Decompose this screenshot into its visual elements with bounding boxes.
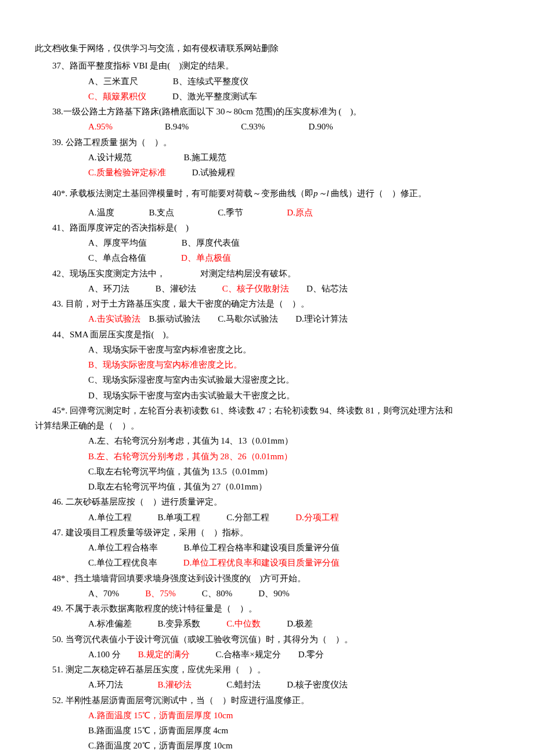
q52-a: A.路面温度 15℃，沥青面层厚度 10cm <box>88 711 233 720</box>
q37-b: B、连续式平整度仪 <box>173 77 248 86</box>
q51-stem: 51. 测定二灰稳定碎石基层压实度，应优先采用（ ）。 <box>52 662 499 677</box>
q45-c-row: C.取左右轮弯沉平均值，其值为 13.5（0.01mm） <box>52 464 499 479</box>
q37-a: A、三米直尺 <box>88 77 138 86</box>
page-header: 此文档收集于网络，仅供学习与交流，如有侵权请联系网站删除 <box>35 41 499 56</box>
q48-stem: 48*、挡土墙墙背回填要求墙身强度达到设计强度的( )方可开始。 <box>52 571 499 586</box>
spacer <box>52 180 499 186</box>
q46-c: C.分部工程 <box>226 513 269 522</box>
q43-d: D.理论计算法 <box>295 314 348 323</box>
q49-stem: 49. 不属于表示数据离散程度的统计特征量是（ ）。 <box>52 601 499 616</box>
q44-c-row: C、现场实际湿密度与室内击实试验最大湿密度之比。 <box>52 372 499 387</box>
q47-d: D.单位工程优良率和建设项目质量评分值 <box>183 558 340 567</box>
document-body: 37、路面平整度指标 VBI 是由( )测定的结果。 A、三米直尺 B、连续式平… <box>35 58 499 753</box>
q40-a: A.温度 <box>88 208 114 217</box>
q50-row: A.100 分 B.规定的满分 C.合格率×规定分 D.零分 <box>52 647 499 662</box>
q39-row1: A.设计规范 B.施工规范 <box>52 150 499 165</box>
q44-b-row: B、现场实际密度与室内标准密度之比。 <box>52 357 499 372</box>
q42-b: B、灌砂法 <box>156 284 196 293</box>
q50-a: A.100 分 <box>88 650 121 659</box>
formula: p～l <box>313 189 329 198</box>
q41-row1: A、厚度平均值 B、厚度代表值 <box>52 235 499 250</box>
q40-b: B.支点 <box>149 208 175 217</box>
q46-a: A.单位工程 <box>88 513 132 522</box>
q46-stem: 46. 二灰砂砾基层应按（ ）进行质量评定。 <box>52 494 499 509</box>
q47-a: A.单位工程合格率 <box>88 543 158 552</box>
q52-a-row: A.路面温度 15℃，沥青面层厚度 10cm <box>52 708 499 723</box>
q47-stem: 47. 建设项目工程质量等级评定，采用（ ）指标。 <box>52 525 499 540</box>
q45-d: D.取左右轮弯沉平均值，其值为 27（0.01mm） <box>88 482 267 491</box>
q50-stem: 50. 当弯沉代表值小于设计弯沉值（或竣工验收弯沉值）时，其得分为（ ）。 <box>52 632 499 647</box>
q49-b: B.变异系数 <box>158 619 201 628</box>
q49-d: D.极差 <box>287 619 313 628</box>
q37-stem: 37、路面平整度指标 VBI 是由( )测定的结果。 <box>52 58 499 73</box>
q43-a: A.击实试验法 <box>88 314 140 323</box>
q50-b: B.规定的满分 <box>138 650 190 659</box>
q38-row: A.95% B.94% C.93% D.90% <box>52 119 499 134</box>
q38-b: B.94% <box>165 122 189 131</box>
q41-b: B、厚度代表值 <box>182 238 240 247</box>
q38-d: D.90% <box>309 122 333 131</box>
q39-row2: C.质量检验评定标准 D.试验规程 <box>52 165 499 180</box>
q46-d: D.分项工程 <box>295 513 339 522</box>
q44-b: B、现场实际密度与室内标准密度之比。 <box>88 360 242 369</box>
q45-stem2: 计算结果正确的是（ ）。 <box>35 418 499 433</box>
q46-row: A.单位工程 B.单项工程 C.分部工程 D.分项工程 <box>52 510 499 525</box>
q41-a: A、厚度平均值 <box>88 238 147 247</box>
q52-stem: 52. 半刚性基层沥青面层弯沉测试中，当（ ）时应进行温度修正。 <box>52 693 499 708</box>
q46-b: B.单项工程 <box>158 513 201 522</box>
q40-row: A.温度 B.支点 C.季节 D.原点 <box>52 205 499 220</box>
q48-d: D、90% <box>258 589 289 598</box>
q44-c: C、现场实际湿密度与室内击实试验最大湿密度之比。 <box>88 375 294 384</box>
q38-stem: 38.一级公路土方路基下路床(路槽底面以下 30～80cm 范围)的压实度标准为… <box>52 104 499 119</box>
q37-c: C、颠簸累积仪 <box>88 92 146 101</box>
q39-d: D.试验规程 <box>192 168 236 177</box>
q37-row1: A、三米直尺 B、连续式平整度仪 <box>52 74 499 89</box>
q47-c: C.单位工程优良率 <box>88 558 157 567</box>
q52-b: B.路面温度 15℃，沥青面层厚度 4cm <box>88 726 228 735</box>
q42-row: A、环刀法 B、灌砂法 C、核子仪散射法 D、钻芯法 <box>52 281 499 296</box>
q38-c: C.93% <box>241 122 265 131</box>
q52-c-row: C.路面温度 20℃，沥青面层厚度 10cm <box>52 738 499 753</box>
q49-row: A.标准偏差 B.变异系数 C.中位数 D.极差 <box>52 616 499 631</box>
q39-a: A.设计规范 <box>88 153 132 162</box>
q44-a-row: A、现场实际干密度与室内标准密度之比。 <box>52 342 499 357</box>
q45-b-row: B.左、右轮弯沉分别考虑，其值为 28、26（0.01mm） <box>52 449 499 464</box>
q51-a: A.环刀法 <box>88 680 123 689</box>
q49-c: C.中位数 <box>226 619 261 628</box>
q51-d: D.核子密度仪法 <box>287 680 348 689</box>
q52-c: C.路面温度 20℃，沥青面层厚度 10cm <box>88 741 233 750</box>
q48-row: A、70% B、75% C、80% D、90% <box>52 586 499 601</box>
q44-d: D、现场实际干密度与室内击实试验最大干密度之比。 <box>88 391 295 400</box>
q41-d: D、单点极值 <box>181 253 231 262</box>
header-text: 此文档收集于网络，仅供学习与交流，如有侵权请联系网站删除 <box>35 44 279 53</box>
q51-b: B.灌砂法 <box>158 680 192 689</box>
q45-d-row: D.取左右轮弯沉平均值，其值为 27（0.01mm） <box>52 479 499 494</box>
q37-d: D、激光平整度测试车 <box>172 92 257 101</box>
q47-b: B.单位工程合格率和建设项目质量评分值 <box>184 543 340 552</box>
q43-c: C.马歇尔试验法 <box>218 314 278 323</box>
q43-stem: 43. 目前，对于土方路基压实度，最大干密度的确定方法是（ ）。 <box>52 296 499 311</box>
q38-a: A.95% <box>88 122 113 131</box>
q47-row1: A.单位工程合格率 B.单位工程合格率和建设项目质量评分值 <box>52 540 499 555</box>
q50-c: C.合格率×规定分 <box>216 650 281 659</box>
q43-row: A.击实试验法 B.振动试验法 C.马歇尔试验法 D.理论计算法 <box>52 311 499 326</box>
q39-c: C.质量检验评定标准 <box>88 168 166 177</box>
q42-a: A、环刀法 <box>88 284 129 293</box>
q40-d: D.原点 <box>287 208 313 217</box>
q45-b: B.左、右轮弯沉分别考虑，其值为 28、26（0.01mm） <box>88 452 293 461</box>
q47-row2: C.单位工程优良率 D.单位工程优良率和建设项目质量评分值 <box>52 555 499 570</box>
q39-stem: 39. 公路工程质量 据为（ ）。 <box>52 135 499 150</box>
q41-c: C、单点合格值 <box>88 253 146 262</box>
q40-stem: 40*. 承载板法测定土基回弹模量时，有可能要对荷载～变形曲线（即p～l 曲线）… <box>52 186 499 201</box>
q44-stem: 44、SMA 面层压实度是指( )。 <box>52 327 499 342</box>
q37-row2: C、颠簸累积仪 D、激光平整度测试车 <box>52 89 499 104</box>
q42-stem: 42、现场压实度测定方法中， 对测定结构层没有破坏。 <box>52 266 499 281</box>
q45-c: C.取左右轮弯沉平均值，其值为 13.5（0.01mm） <box>88 467 273 476</box>
q48-b: B、75% <box>145 589 176 598</box>
q41-stem: 41、路面厚度评定的否决指标是( ) <box>52 220 499 235</box>
q39-b: B.施工规范 <box>184 153 227 162</box>
q40-c: C.季节 <box>218 208 243 217</box>
q50-d: D.零分 <box>298 650 324 659</box>
q42-c: C、核子仪散射法 <box>222 284 289 293</box>
q49-a: A.标准偏差 <box>88 619 132 628</box>
